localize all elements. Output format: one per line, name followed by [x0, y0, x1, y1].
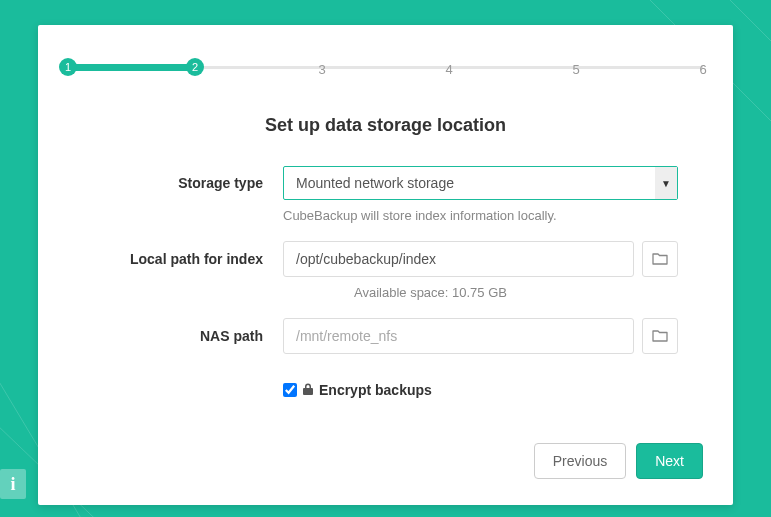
- previous-button[interactable]: Previous: [534, 443, 626, 479]
- info-icon[interactable]: i: [0, 469, 26, 499]
- lock-icon: [303, 383, 313, 398]
- browse-local-index-button[interactable]: [642, 241, 678, 277]
- step-5: 5: [567, 60, 585, 78]
- nas-path-label: NAS path: [93, 328, 283, 344]
- browse-nas-path-button[interactable]: [642, 318, 678, 354]
- local-index-label: Local path for index: [93, 251, 283, 267]
- encrypt-checkbox[interactable]: [283, 383, 297, 397]
- step-3: 3: [313, 60, 331, 78]
- folder-icon: [652, 252, 668, 266]
- stepper: 1 2 3 4 5 6: [68, 55, 703, 80]
- storage-type-label: Storage type: [93, 175, 283, 191]
- available-space-text: Available space: 10.75 GB: [183, 285, 678, 300]
- step-4: 4: [440, 60, 458, 78]
- step-1: 1: [59, 58, 77, 76]
- form: Storage type Mounted network storage ▼ C…: [58, 166, 713, 398]
- page-title: Set up data storage location: [58, 115, 713, 136]
- local-index-input[interactable]: [283, 241, 634, 277]
- setup-card: 1 2 3 4 5 6 Set up data storage location…: [38, 25, 733, 505]
- nas-path-input[interactable]: [283, 318, 634, 354]
- next-button[interactable]: Next: [636, 443, 703, 479]
- index-help-text: CubeBackup will store index information …: [283, 208, 678, 223]
- stepper-fill: [68, 64, 195, 71]
- step-2: 2: [186, 58, 204, 76]
- encrypt-label: Encrypt backups: [319, 382, 432, 398]
- folder-icon: [652, 329, 668, 343]
- storage-type-select[interactable]: Mounted network storage: [283, 166, 678, 200]
- step-6: 6: [694, 60, 712, 78]
